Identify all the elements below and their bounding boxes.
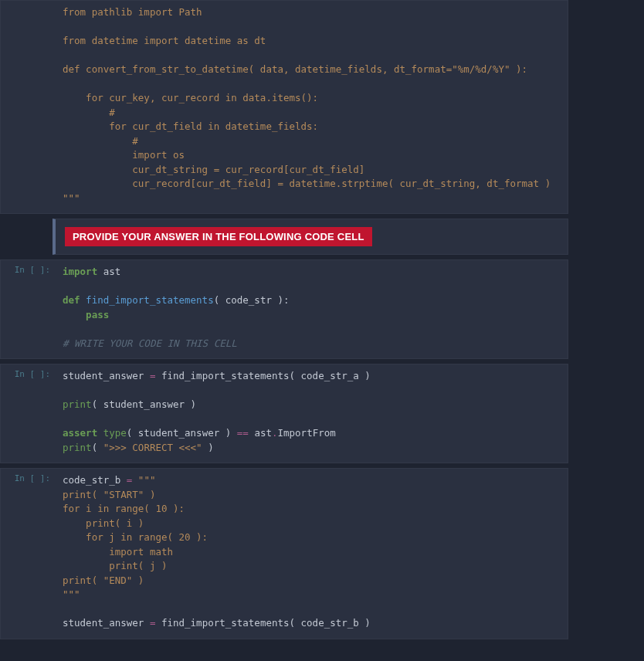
cell-prompt: In [ ]:: [1, 364, 53, 463]
code-cell[interactable]: In [ ]: student_answer = find_import_sta…: [0, 364, 568, 463]
instruction-banner: PROVIDE YOUR ANSWER IN THE FOLLOWING COD…: [65, 227, 372, 246]
code-editor[interactable]: from pathlib import Path from datetime i…: [53, 1, 568, 213]
code-editor[interactable]: student_answer = find_import_statements(…: [53, 364, 568, 463]
cell-prompt: In [ ]:: [1, 260, 53, 358]
markdown-body: PROVIDE YOUR ANSWER IN THE FOLLOWING COD…: [53, 219, 568, 255]
code-cell[interactable]: from pathlib import Path from datetime i…: [0, 0, 568, 214]
code-editor[interactable]: code_str_b = """ print( "START" ) for i …: [53, 469, 568, 639]
code-cell[interactable]: In [ ]: import ast def find_import_state…: [0, 259, 568, 359]
cell-prompt: In [ ]:: [1, 469, 53, 639]
cell-prompt-empty: [0, 219, 53, 255]
code-editor[interactable]: import ast def find_import_statements( c…: [53, 260, 568, 358]
markdown-cell[interactable]: PROVIDE YOUR ANSWER IN THE FOLLOWING COD…: [0, 219, 568, 255]
cell-prompt: [1, 1, 53, 213]
notebook: from pathlib import Path from datetime i…: [0, 0, 568, 639]
code-cell[interactable]: In [ ]: code_str_b = """ print( "START" …: [0, 468, 568, 639]
